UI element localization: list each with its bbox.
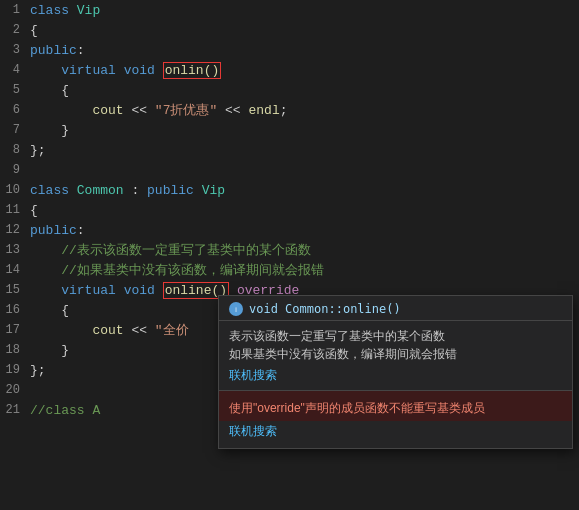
code-line: 3public: <box>0 40 579 60</box>
line-number: 6 <box>0 103 30 117</box>
line-number: 1 <box>0 3 30 17</box>
code-line: 6 cout << "7折优惠" << endl; <box>0 100 579 120</box>
line-code: public: <box>30 223 85 238</box>
code-line: 8}; <box>0 140 579 160</box>
code-editor: 1class Vip2{3public:4 virtual void onlin… <box>0 0 579 510</box>
line-code: { <box>30 203 38 218</box>
line-number: 2 <box>0 23 30 37</box>
line-number: 12 <box>0 223 30 237</box>
tooltip-desc-line1: 表示该函数一定重写了基类中的某个函数 <box>229 327 562 345</box>
line-code: class Common : public Vip <box>30 183 225 198</box>
code-line: 7 } <box>0 120 579 140</box>
line-code: virtual void onlin() <box>30 63 221 78</box>
code-line: 1class Vip <box>0 0 579 20</box>
code-line: 5 { <box>0 80 579 100</box>
code-line: 11{ <box>0 200 579 220</box>
code-line: 12public: <box>0 220 579 240</box>
line-number: 11 <box>0 203 30 217</box>
code-line: 9 <box>0 160 579 180</box>
line-code: cout << "全价 <box>30 321 189 339</box>
tooltip-description: 表示该函数一定重写了基类中的某个函数 如果基类中没有该函数，编译期间就会报错 <box>219 321 572 367</box>
line-number: 3 <box>0 43 30 57</box>
line-number: 20 <box>0 383 30 397</box>
line-number: 19 <box>0 363 30 377</box>
line-number: 18 <box>0 343 30 357</box>
tooltip-popup: i void Common::online() 表示该函数一定重写了基类中的某个… <box>218 295 573 449</box>
line-number: 14 <box>0 263 30 277</box>
tooltip-header: i void Common::online() <box>219 296 572 320</box>
line-number: 13 <box>0 243 30 257</box>
line-number: 10 <box>0 183 30 197</box>
line-code: }; <box>30 363 46 378</box>
line-code: //class A <box>30 403 100 418</box>
tooltip-error-msg: 使用"override"声明的成员函数不能重写基类成员 <box>229 401 485 415</box>
line-number: 8 <box>0 143 30 157</box>
code-line: 14 //如果基类中没有该函数，编译期间就会报错 <box>0 260 579 280</box>
line-number: 7 <box>0 123 30 137</box>
line-code: }; <box>30 143 46 158</box>
line-code: cout << "7折优惠" << endl; <box>30 101 288 119</box>
tooltip-link2[interactable]: 联机搜索 <box>219 421 572 448</box>
line-number: 9 <box>0 163 30 177</box>
line-code: class Vip <box>30 3 100 18</box>
line-number: 21 <box>0 403 30 417</box>
code-line: 10class Common : public Vip <box>0 180 579 200</box>
line-code: //如果基类中没有该函数，编译期间就会报错 <box>30 261 324 279</box>
tooltip-error: 使用"override"声明的成员函数不能重写基类成员 <box>219 390 572 421</box>
line-code: { <box>30 83 69 98</box>
line-number: 5 <box>0 83 30 97</box>
line-number: 15 <box>0 283 30 297</box>
tooltip-link1[interactable]: 联机搜索 <box>219 367 572 390</box>
code-line: 2{ <box>0 20 579 40</box>
line-code: } <box>30 343 69 358</box>
line-number: 17 <box>0 323 30 337</box>
line-code: public: <box>30 43 85 58</box>
line-code: } <box>30 123 69 138</box>
code-line: 4 virtual void onlin() <box>0 60 579 80</box>
line-code: { <box>30 23 38 38</box>
line-number: 4 <box>0 63 30 77</box>
line-code: //表示该函数一定重写了基类中的某个函数 <box>30 241 311 259</box>
info-icon: i <box>229 302 243 316</box>
code-line: 13 //表示该函数一定重写了基类中的某个函数 <box>0 240 579 260</box>
line-number: 16 <box>0 303 30 317</box>
tooltip-desc-line2: 如果基类中没有该函数，编译期间就会报错 <box>229 345 562 363</box>
tooltip-signature: void Common::online() <box>249 302 401 316</box>
line-code: { <box>30 303 69 318</box>
